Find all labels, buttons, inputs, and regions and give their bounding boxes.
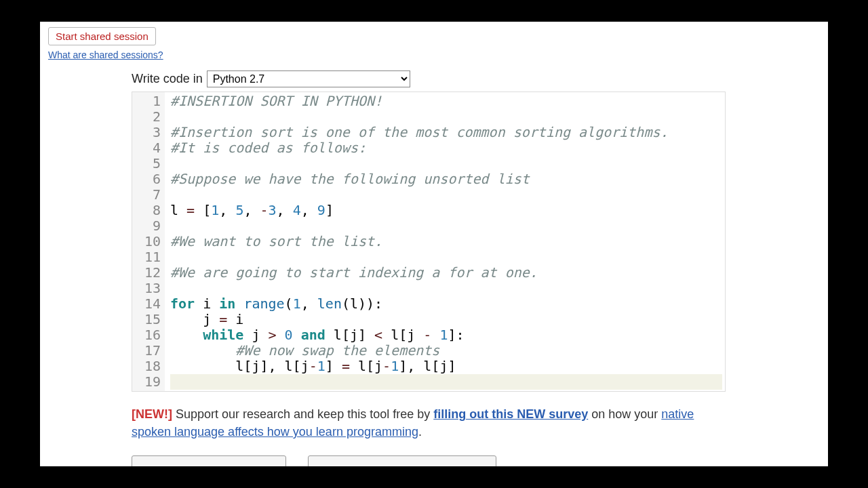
promo-new-tag: [NEW!] <box>132 407 172 421</box>
code-line[interactable] <box>170 109 722 125</box>
code-line[interactable] <box>170 374 722 390</box>
line-number: 9 <box>140 218 161 234</box>
line-number: 13 <box>140 281 161 296</box>
start-shared-session-button[interactable]: Start shared session <box>48 27 156 45</box>
line-number: 14 <box>140 296 161 312</box>
language-select[interactable]: Python 2.7 <box>207 70 410 87</box>
visualize-execution-button[interactable]: Visualize Execution <box>132 455 286 466</box>
code-editor[interactable]: 12345678910111213141516171819 #INSERTION… <box>132 92 726 392</box>
live-programming-button[interactable]: Live Programming Mode <box>308 455 496 466</box>
line-number: 19 <box>140 374 161 390</box>
line-number: 17 <box>140 343 161 359</box>
promo-text-post: . <box>418 425 422 439</box>
write-code-label: Write code in <box>132 72 203 86</box>
line-number: 16 <box>140 327 161 343</box>
line-number: 10 <box>140 234 161 249</box>
shared-sessions-link[interactable]: What are shared sessions? <box>48 49 163 60</box>
code-line[interactable]: j = i <box>170 312 722 327</box>
line-number: 4 <box>140 140 161 156</box>
line-number: 7 <box>140 187 161 203</box>
line-number: 5 <box>140 156 161 171</box>
code-line[interactable]: #We are going to start indexing a for at… <box>170 265 722 281</box>
code-line[interactable] <box>170 187 722 203</box>
code-line[interactable] <box>170 249 722 265</box>
line-number: 11 <box>140 249 161 265</box>
code-line[interactable]: #Insertion sort is one of the most commo… <box>170 125 722 140</box>
promo-text-mid: on how your <box>588 407 661 421</box>
code-line[interactable]: #We want to sort the list. <box>170 234 722 249</box>
language-row: Write code in Python 2.7 <box>132 70 828 87</box>
code-line[interactable] <box>170 281 722 296</box>
line-gutter: 12345678910111213141516171819 <box>132 92 165 391</box>
line-number: 6 <box>140 171 161 187</box>
line-number: 2 <box>140 109 161 125</box>
top-bar: Start shared session What are shared ses… <box>40 22 828 61</box>
page-content: Start shared session What are shared ses… <box>40 22 828 466</box>
code-area[interactable]: #INSERTION SORT IN PYTHON! #Insertion so… <box>165 92 725 391</box>
code-line[interactable]: #We now swap the elements <box>170 343 722 359</box>
line-number: 1 <box>140 94 161 109</box>
line-number: 3 <box>140 125 161 140</box>
code-line[interactable] <box>170 156 722 171</box>
code-line[interactable]: for i in range(1, len(l)): <box>170 296 722 312</box>
code-line[interactable]: #It is coded as follows: <box>170 140 722 156</box>
code-line[interactable]: #Suppose we have the following unsorted … <box>170 171 722 187</box>
code-line[interactable]: while j > 0 and l[j] < l[j - 1]: <box>170 327 722 343</box>
code-line[interactable]: l = [1, 5, -3, 4, 9] <box>170 203 722 218</box>
code-line[interactable]: l[j], l[j-1] = l[j-1], l[j] <box>170 359 722 374</box>
line-number: 8 <box>140 203 161 218</box>
line-number: 15 <box>140 312 161 327</box>
line-number: 18 <box>140 359 161 374</box>
survey-link[interactable]: filling out this NEW survey <box>433 407 588 421</box>
promo-paragraph: [NEW!] Support our research and keep thi… <box>132 405 726 441</box>
code-line[interactable]: #INSERTION SORT IN PYTHON! <box>170 94 722 109</box>
code-line[interactable] <box>170 218 722 234</box>
action-button-row: Visualize Execution Live Programming Mod… <box>132 455 828 466</box>
promo-text-pre: Support our research and keep this tool … <box>172 407 433 421</box>
line-number: 12 <box>140 265 161 281</box>
